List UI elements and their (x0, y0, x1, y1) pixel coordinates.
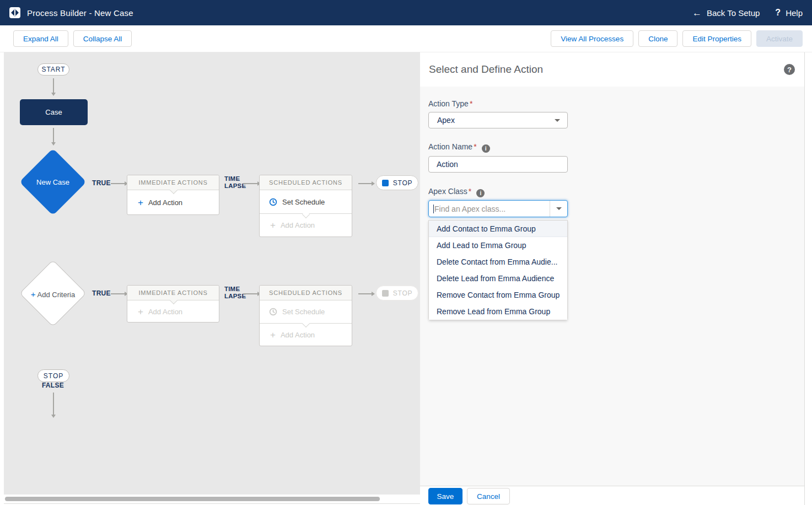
plus-icon: + (270, 330, 276, 340)
app-header: Process Builder - New Case ← Back To Set… (0, 0, 812, 25)
plus-icon: + (270, 221, 276, 230)
panel-body: Action Type* Apex Action Name*i Apex Cla… (420, 87, 804, 486)
scheduled-actions-title-2: SCHEDULED ACTIONS (260, 286, 352, 300)
panel-help-icon[interactable]: ? (784, 64, 795, 75)
dropdown-option[interactable]: Delete Contact from Emma Audie... (429, 254, 567, 270)
apex-class-search-input[interactable] (429, 201, 550, 217)
process-builder-icon (9, 7, 20, 18)
false-label-2: FALSE (39, 382, 67, 389)
panel-title: Select and Define Action (429, 63, 543, 76)
activate-button[interactable]: Activate (756, 30, 803, 47)
collapse-all-button[interactable]: Collapse All (73, 30, 132, 47)
true-label-2: TRUE (92, 289, 111, 297)
action-type-label: Action Type* (428, 99, 472, 108)
arrow-to-stop-1 (358, 183, 372, 184)
scheduled-actions-box-1: SCHEDULED ACTIONS Set Schedule + Add Act… (259, 175, 352, 237)
expand-all-button[interactable]: Expand All (13, 30, 68, 47)
info-icon[interactable]: i (482, 144, 490, 153)
apex-class-combobox (428, 200, 568, 217)
help-label: Help (786, 8, 803, 18)
right-margin (805, 52, 812, 505)
save-button[interactable]: Save (428, 488, 463, 504)
required-mark: * (469, 187, 471, 196)
stop-node-2: STOP (376, 286, 418, 300)
criteria-node-new-case[interactable] (19, 148, 87, 216)
dropdown-option[interactable]: Add Contact to Emma Group (429, 221, 567, 237)
stop-square-icon (382, 290, 389, 297)
chevron-down-icon (555, 119, 560, 122)
scrollbar-thumb[interactable] (5, 497, 380, 501)
arrow-start-to-trigger (53, 78, 54, 93)
required-mark: * (470, 99, 472, 108)
back-to-setup-link[interactable]: ← Back To Setup (692, 8, 760, 18)
panel-footer: Save Cancel (420, 486, 804, 505)
scheduled-actions-title-1: SCHEDULED ACTIONS (260, 175, 352, 190)
canvas-bottom-border (4, 503, 420, 504)
info-icon[interactable]: i (476, 189, 485, 197)
required-mark: * (474, 142, 476, 151)
arrow-time-lapse-2 (243, 293, 257, 294)
help-icon: ? (775, 8, 781, 18)
action-name-label: Action Name*i (428, 142, 490, 152)
apex-class-dropdown: Add Contact to Emma Group Add Lead to Em… (428, 220, 568, 320)
stop-node-end: STOP (37, 369, 69, 382)
panel-header: Select and Define Action ? (420, 52, 804, 87)
toolbar: Expand All Collapse All View All Process… (0, 25, 812, 52)
apex-class-label: Apex Class*i (428, 187, 485, 196)
immediate-actions-box-2: IMMEDIATE ACTIONS + Add Action (127, 285, 219, 323)
action-panel: Select and Define Action ? Action Type* … (420, 52, 805, 505)
back-to-setup-label: Back To Setup (707, 8, 760, 18)
arrow-to-stop-2 (358, 293, 372, 294)
dropdown-option[interactable]: Remove Lead from Emma Group (429, 303, 567, 320)
arrow-true-1 (111, 183, 125, 184)
time-lapse-label-1: TIME LAPSE (224, 175, 246, 190)
immediate-actions-box-1: IMMEDIATE ACTIONS + Add Action (127, 175, 219, 215)
time-lapse-label-2: TIME LAPSE (224, 286, 246, 300)
app-title: Process Builder - New Case (27, 8, 133, 18)
add-criteria-node[interactable] (19, 260, 87, 327)
view-all-processes-button[interactable]: View All Processes (551, 30, 633, 47)
scheduled-actions-box-2: SCHEDULED ACTIONS Set Schedule + Add Act… (259, 285, 352, 346)
arrow-false-2 (53, 393, 54, 415)
back-arrow-icon: ← (692, 8, 702, 18)
start-node: START (37, 63, 69, 76)
arrow-time-lapse-1 (243, 183, 257, 184)
stop-node-1: STOP (376, 175, 418, 190)
arrow-trigger-to-decision1 (53, 128, 54, 142)
arrow-true-2 (111, 293, 125, 294)
dropdown-option[interactable]: Delete Lead from Emma Audience (429, 270, 567, 287)
process-canvas: START Case New Case TRUE IMMEDIATE ACTIO… (4, 52, 420, 495)
combobox-caret-button[interactable] (550, 201, 567, 217)
action-type-select[interactable]: Apex (428, 112, 568, 128)
action-name-input[interactable] (428, 156, 568, 173)
dropdown-option[interactable]: Remove Contact from Emma Group (429, 287, 567, 303)
clock-icon (269, 308, 277, 316)
edit-properties-button[interactable]: Edit Properties (682, 30, 751, 47)
trigger-node-case[interactable]: Case (20, 99, 88, 125)
plus-icon: + (138, 198, 143, 207)
left-margin (0, 52, 4, 505)
plus-icon: + (138, 307, 143, 316)
help-link[interactable]: ? Help (775, 8, 803, 18)
clone-button[interactable]: Clone (638, 30, 677, 47)
clock-icon (269, 198, 277, 206)
stop-square-icon (382, 180, 389, 186)
dropdown-option[interactable]: Add Lead to Emma Group (429, 237, 567, 254)
horizontal-scrollbar (4, 496, 420, 502)
cancel-button[interactable]: Cancel (467, 488, 510, 504)
true-label-1: TRUE (92, 179, 111, 187)
